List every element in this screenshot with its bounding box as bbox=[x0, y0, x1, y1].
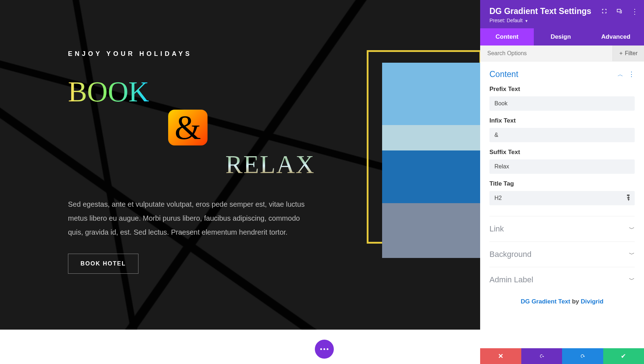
settings-panel: DG Gradient Text Settings Preset: Defaul… bbox=[480, 0, 644, 364]
book-hotel-button[interactable]: BOOK HOTEL bbox=[68, 254, 138, 274]
prefix-input[interactable] bbox=[489, 96, 635, 111]
kebab-menu-icon[interactable]: ⋮ bbox=[631, 8, 638, 14]
section-link-title: Link bbox=[489, 224, 504, 234]
hero-content: ENJOY YOUR HOLIDAYS BOOK & RELAX Sed ege… bbox=[68, 50, 318, 274]
dot-icon bbox=[323, 348, 325, 350]
redo-button[interactable] bbox=[562, 348, 603, 364]
search-input[interactable] bbox=[480, 46, 613, 61]
responsive-icon[interactable] bbox=[616, 8, 623, 14]
credit-author-link[interactable]: Divigrid bbox=[581, 298, 603, 305]
undo-button[interactable] bbox=[521, 348, 562, 364]
infix-label: Infix Text bbox=[489, 117, 635, 124]
section-link[interactable]: Link ﹀ bbox=[489, 216, 635, 241]
hotel-photo bbox=[382, 63, 480, 258]
credit-line: DG Gradient Text by Divigrid bbox=[489, 292, 635, 313]
filter-label: Filter bbox=[625, 50, 638, 57]
chevron-down-icon: ﹀ bbox=[629, 276, 635, 284]
gradient-infix-wrap: & bbox=[168, 110, 318, 145]
cancel-button[interactable]: ✕ bbox=[480, 348, 521, 364]
gradient-suffix: RELAX bbox=[225, 152, 315, 177]
panel-body: Content ︿ ⋮ Prefix Text Infix Text Suffi… bbox=[480, 62, 644, 348]
prefix-label: Prefix Text bbox=[489, 86, 635, 93]
section-admin-label[interactable]: Admin Label ﹀ bbox=[489, 267, 635, 292]
chevron-down-icon: ﹀ bbox=[629, 225, 635, 233]
expand-icon[interactable] bbox=[601, 8, 608, 14]
preset-value: Default bbox=[507, 18, 522, 23]
chevron-down-icon: ﹀ bbox=[629, 251, 635, 258]
gradient-title: BOOK & RELAX bbox=[68, 77, 318, 178]
tab-design[interactable]: Design bbox=[534, 28, 587, 46]
tab-advanced[interactable]: Advanced bbox=[587, 28, 644, 46]
section-content-header[interactable]: Content ︿ ⋮ bbox=[489, 70, 635, 79]
action-bar: ✕ ✔ bbox=[480, 348, 644, 364]
chevron-up-icon[interactable]: ︿ bbox=[618, 71, 623, 77]
tab-content[interactable]: Content bbox=[480, 28, 534, 46]
gradient-infix: & bbox=[168, 110, 208, 145]
title-tag-select[interactable] bbox=[489, 191, 635, 205]
undo-icon bbox=[539, 353, 545, 359]
section-menu-icon[interactable]: ⋮ bbox=[628, 71, 635, 78]
credit-by: by bbox=[570, 298, 581, 305]
builder-fab-button[interactable] bbox=[315, 340, 334, 359]
title-tag-label: Title Tag bbox=[489, 180, 635, 187]
preset-selector[interactable]: Preset: Default ▼ bbox=[489, 18, 635, 23]
section-background-title: Background bbox=[489, 250, 531, 259]
panel-header: DG Gradient Text Settings Preset: Defaul… bbox=[480, 0, 644, 28]
select-updown-icon: ▴▾ bbox=[628, 195, 630, 201]
kicker-text: ENJOY YOUR HOLIDAYS bbox=[68, 50, 318, 58]
filter-button[interactable]: + Filter bbox=[613, 46, 644, 61]
gradient-prefix: BOOK bbox=[68, 77, 149, 106]
suffix-label: Suffix Text bbox=[489, 149, 635, 156]
tabs: Content Design Advanced bbox=[480, 28, 644, 46]
section-admin-label-title: Admin Label bbox=[489, 275, 533, 284]
preview-lower-white bbox=[0, 330, 480, 364]
caret-down-icon: ▼ bbox=[525, 19, 528, 23]
close-icon: ✕ bbox=[498, 352, 503, 360]
preset-label: Preset: bbox=[489, 18, 505, 23]
save-button[interactable]: ✔ bbox=[603, 348, 644, 364]
section-content-title: Content bbox=[489, 70, 518, 79]
dot-icon bbox=[327, 348, 328, 350]
title-tag-select-wrap: ▴▾ bbox=[489, 191, 635, 205]
suffix-input[interactable] bbox=[489, 159, 635, 174]
check-icon: ✔ bbox=[621, 352, 626, 360]
search-row: + Filter bbox=[480, 46, 644, 62]
body-copy: Sed egestas, ante et vulputate volutpat,… bbox=[68, 197, 308, 239]
page-preview: ENJOY YOUR HOLIDAYS BOOK & RELAX Sed ege… bbox=[0, 0, 480, 364]
infix-input[interactable] bbox=[489, 128, 635, 142]
plus-icon: + bbox=[619, 50, 623, 57]
section-background[interactable]: Background ﹀ bbox=[489, 241, 635, 267]
dot-icon bbox=[320, 348, 322, 350]
redo-icon bbox=[580, 353, 585, 359]
credit-product-link[interactable]: DG Gradient Text bbox=[521, 298, 570, 305]
